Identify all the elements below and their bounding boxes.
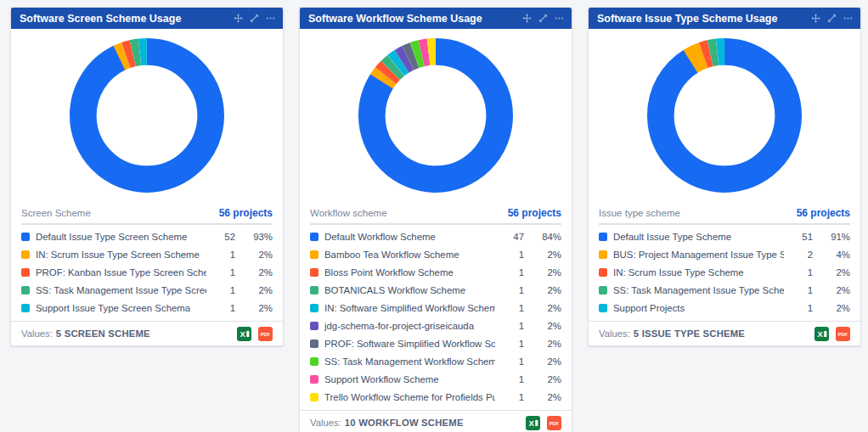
donut-svg (69, 37, 225, 194)
legend-row[interactable]: jdg-schema-for-project-griseicauda 1 2% (310, 317, 561, 334)
table-header: Workflow scheme 56 projects (310, 201, 561, 225)
donut-svg (358, 37, 514, 194)
move-icon[interactable] (811, 14, 820, 23)
more-options-icon[interactable] (266, 14, 275, 23)
legend-row[interactable]: BUS: Project Management Issue Type Schem… (599, 245, 850, 263)
legend-row[interactable]: BOTANICALS Workflow Scheme 1 2% (310, 281, 561, 299)
svg-text:PDF: PDF (838, 332, 848, 337)
series-percent: 2% (813, 267, 850, 278)
series-percent: 2% (524, 303, 561, 313)
series-color-swatch (599, 268, 607, 277)
series-percent: 2% (813, 285, 850, 295)
series-percent: 2% (524, 339, 561, 349)
column-header: Issue type scheme (599, 208, 680, 218)
donut-chart (300, 29, 572, 201)
export-pdf-icon[interactable]: PDF (836, 327, 850, 341)
legend-row[interactable]: Support Workflow Scheme 1 2% (310, 370, 561, 388)
legend-row[interactable]: IN: Software Simplified Workflow Scheme … (310, 299, 561, 317)
series-label: IN: Scrum Issue Type Screen Scheme (36, 250, 206, 260)
series-color-swatch (599, 286, 607, 295)
values-summary: Values: 5 ISSUE TYPE SCHEME (599, 328, 745, 339)
expand-icon[interactable] (538, 14, 548, 23)
values-label: Values: (310, 418, 341, 428)
legend-rows: Default Workflow Scheme 47 84% Bamboo Te… (310, 225, 561, 410)
export-excel-icon[interactable]: X (526, 416, 540, 430)
series-color-swatch (310, 286, 318, 295)
svg-text:PDF: PDF (261, 332, 271, 337)
series-count: 1 (495, 356, 524, 367)
gadget-header: Software Workflow Scheme Usage (300, 8, 572, 29)
legend-row[interactable]: PROF: Kanban Issue Type Screen Scheme 1 … (21, 263, 273, 281)
series-color-swatch (21, 250, 30, 259)
series-label: IN: Scrum Issue Type Scheme (613, 267, 784, 278)
gadget-header: Software Issue Type Scheme Usage (589, 8, 860, 29)
series-label: Support Workflow Scheme (324, 374, 495, 384)
series-percent: 2% (524, 267, 561, 278)
series-color-swatch (599, 304, 607, 312)
series-count: 1 (495, 321, 524, 331)
legend-row[interactable]: Bamboo Tea Workflow Scheme 1 2% (310, 245, 561, 263)
svg-text:PDF: PDF (550, 421, 560, 426)
legend-table: Screen Scheme 56 projects Default Issue … (11, 201, 283, 321)
move-icon[interactable] (234, 14, 243, 23)
export-pdf-icon[interactable]: PDF (547, 416, 561, 430)
series-color-swatch (21, 304, 30, 312)
legend-row[interactable]: SS: Task Management Workflow Scheme 1 2% (310, 352, 561, 370)
donut-segment[interactable] (83, 52, 211, 179)
series-percent: 2% (524, 356, 561, 367)
gadget-header: Software Screen Scheme Usage (11, 8, 283, 29)
series-label: Bloss Point Workflow Scheme (324, 267, 495, 278)
gadget-card: Software Workflow Scheme Usage Workflow … (299, 7, 572, 432)
series-color-swatch (21, 233, 30, 241)
donut-chart (589, 29, 860, 201)
series-count: 1 (784, 303, 813, 313)
series-color-swatch (310, 357, 318, 366)
legend-row[interactable]: PROF: Software Simplified Workflow Schem… (310, 334, 561, 352)
series-label: PROF: Kanban Issue Type Screen Scheme (36, 267, 206, 278)
export-actions: X PDF (526, 416, 561, 430)
legend-table: Issue type scheme 56 projects Default Is… (589, 201, 860, 321)
legend-row[interactable]: Support Projects 1 2% (599, 299, 850, 317)
legend-row[interactable]: Default Issue Type Screen Scheme 52 93% (21, 227, 273, 245)
legend-row[interactable]: Trello Workflow Scheme for Profields Pub… (310, 388, 561, 406)
export-excel-icon[interactable]: X (237, 327, 251, 341)
gadget-title: Software Workflow Scheme Usage (308, 13, 482, 25)
more-options-icon[interactable] (843, 14, 853, 23)
export-excel-icon[interactable]: X (814, 327, 829, 341)
dashboard-page: { "colors": { "page_background": "#F4F5F… (0, 0, 868, 432)
values-label: Values: (599, 328, 630, 339)
series-percent: 2% (524, 392, 561, 402)
series-label: SS: Task Management Issue Type Scheme (613, 285, 784, 295)
series-label: SS: Task Management Workflow Scheme (324, 356, 495, 367)
gadget-footer: Values: 5 ISSUE TYPE SCHEME X PDF (589, 321, 860, 345)
series-color-swatch (310, 393, 318, 401)
donut-segment[interactable] (661, 52, 788, 179)
legend-row[interactable]: Default Workflow Scheme 47 84% (310, 227, 561, 245)
legend-row[interactable]: SS: Task Management Issue Type Scheme 1 … (599, 281, 850, 299)
expand-icon[interactable] (250, 14, 259, 23)
series-color-swatch (310, 250, 318, 259)
more-options-icon[interactable] (555, 14, 564, 23)
export-pdf-icon[interactable]: PDF (258, 327, 273, 341)
expand-icon[interactable] (827, 14, 837, 23)
series-count: 2 (784, 250, 813, 260)
values-summary: Values: 5 SCREEN SCHEME (21, 328, 150, 339)
column-header: Workflow scheme (310, 208, 387, 218)
move-icon[interactable] (522, 14, 532, 23)
legend-row[interactable]: SS: Task Management Issue Type Screen Sc… (21, 281, 273, 299)
projects-total-link[interactable]: 56 projects (508, 207, 561, 219)
series-label: Support Projects (613, 303, 784, 313)
legend-row[interactable]: Bloss Point Workflow Scheme 1 2% (310, 263, 561, 281)
projects-total-link[interactable]: 56 projects (797, 207, 850, 219)
legend-table: Workflow scheme 56 projects Default Work… (300, 201, 572, 410)
series-label: Bamboo Tea Workflow Scheme (324, 250, 495, 260)
export-actions: X PDF (237, 327, 273, 341)
legend-row[interactable]: IN: Scrum Issue Type Scheme 1 2% (599, 263, 850, 281)
gadget-header-actions (522, 14, 564, 23)
legend-row[interactable]: IN: Scrum Issue Type Screen Scheme 1 2% (21, 245, 273, 263)
legend-row[interactable]: Support Issue Type Screen Schema 1 2% (21, 299, 273, 317)
series-percent: 2% (813, 303, 850, 313)
projects-total-link[interactable]: 56 projects (219, 207, 273, 219)
legend-row[interactable]: Default Issue Type Scheme 51 91% (599, 227, 850, 245)
series-count: 1 (495, 339, 524, 349)
